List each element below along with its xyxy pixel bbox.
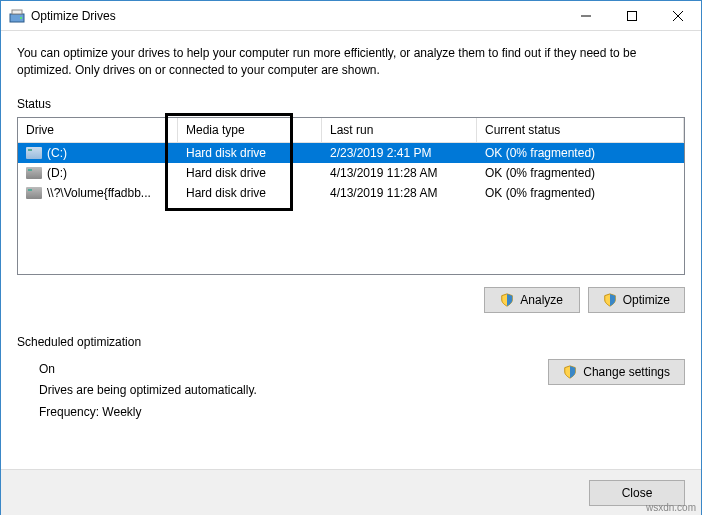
column-drive[interactable]: Drive [18,118,178,142]
scheduled-desc: Drives are being optimized automatically… [39,380,548,402]
scheduled-text: On Drives are being optimized automatica… [17,359,548,424]
cell-lastrun: 2/23/2019 2:41 PM [322,144,477,162]
cell-status: OK (0% fragmented) [477,184,684,202]
maximize-button[interactable] [609,1,655,31]
cell-lastrun: 4/13/2019 11:28 AM [322,164,477,182]
table-body: (C:) Hard disk drive 2/23/2019 2:41 PM O… [18,143,684,203]
column-media-type[interactable]: Media type [178,118,322,142]
drive-icon [26,147,42,159]
scheduled-state: On [39,359,548,381]
table-row[interactable]: \\?\Volume{ffadbb... Hard disk drive 4/1… [18,183,684,203]
cell-drive: (D:) [47,166,67,180]
svg-point-2 [20,17,22,19]
scheduled-optimization-label: Scheduled optimization [17,335,685,349]
app-icon [9,8,25,24]
cell-status: OK (0% fragmented) [477,164,684,182]
cell-status: OK (0% fragmented) [477,144,684,162]
cell-drive: \\?\Volume{ffadbb... [47,186,151,200]
table-row[interactable]: (C:) Hard disk drive 2/23/2019 2:41 PM O… [18,143,684,163]
drive-icon [26,167,42,179]
status-label: Status [17,97,685,111]
cell-drive: (C:) [47,146,67,160]
scheduled-frequency: Frequency: Weekly [39,402,548,424]
shield-icon [563,365,577,379]
titlebar: Optimize Drives [1,1,701,31]
table-header: Drive Media type Last run Current status [18,118,684,143]
window-controls [563,1,701,30]
close-window-button[interactable] [655,1,701,31]
drive-icon [26,187,42,199]
cell-media: Hard disk drive [178,164,322,182]
scheduled-body: On Drives are being optimized automatica… [17,359,685,424]
optimize-button[interactable]: Optimize [588,287,685,313]
drive-table[interactable]: Drive Media type Last run Current status… [17,117,685,275]
change-settings-button[interactable]: Change settings [548,359,685,385]
table-row[interactable]: (D:) Hard disk drive 4/13/2019 11:28 AM … [18,163,684,183]
shield-icon [500,293,514,307]
action-row: Analyze Optimize [17,287,685,313]
column-last-run[interactable]: Last run [322,118,477,142]
column-current-status[interactable]: Current status [477,118,684,142]
svg-rect-1 [12,10,22,14]
cell-media: Hard disk drive [178,184,322,202]
close-label: Close [622,486,653,500]
change-settings-label: Change settings [583,365,670,379]
optimize-label: Optimize [623,293,670,307]
window-title: Optimize Drives [31,9,563,23]
cell-lastrun: 4/13/2019 11:28 AM [322,184,477,202]
analyze-label: Analyze [520,293,563,307]
shield-icon [603,293,617,307]
description-text: You can optimize your drives to help you… [17,45,685,79]
footer: Close [1,469,701,515]
watermark: wsxdn.com [646,502,696,513]
cell-media: Hard disk drive [178,144,322,162]
analyze-button[interactable]: Analyze [484,287,580,313]
svg-rect-4 [628,12,637,21]
minimize-button[interactable] [563,1,609,31]
content-area: You can optimize your drives to help you… [1,31,701,433]
